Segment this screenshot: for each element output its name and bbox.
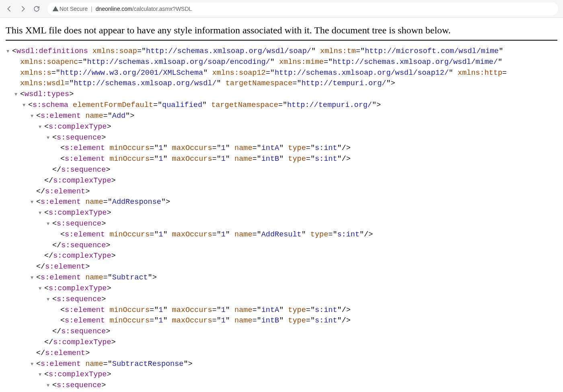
browser-toolbar: Not Secure | dneonline.com/calculator.as… xyxy=(0,0,563,18)
url-path: /calculator.asmx?WSDL xyxy=(132,6,192,12)
security-label: Not Secure xyxy=(60,6,88,12)
tree-toggle[interactable]: ▼ xyxy=(31,275,36,281)
tree-toggle[interactable]: ▼ xyxy=(47,135,52,142)
tree-toggle[interactable]: ▼ xyxy=(31,361,36,368)
xml-tree: ▼<wsdl:definitions xmlns:soap="http://sc… xyxy=(0,45,563,392)
tree-toggle[interactable]: ▼ xyxy=(47,382,52,389)
xml-notice: This XML file does not appear to have an… xyxy=(0,18,563,40)
arrow-right-icon xyxy=(19,5,27,12)
arrow-left-icon xyxy=(6,5,13,12)
tree-toggle[interactable]: ▼ xyxy=(31,113,36,120)
url-bar[interactable]: Not Secure | dneonline.com/calculator.as… xyxy=(47,2,558,15)
back-button[interactable] xyxy=(5,4,14,13)
tree-toggle[interactable]: ▼ xyxy=(39,124,44,131)
forward-button[interactable] xyxy=(18,4,27,13)
tree-toggle[interactable]: ▼ xyxy=(31,199,36,206)
url-separator: | xyxy=(91,6,92,12)
tree-toggle[interactable]: ▼ xyxy=(47,296,52,303)
tree-toggle[interactable]: ▼ xyxy=(39,210,44,217)
tree-toggle[interactable]: ▼ xyxy=(23,102,28,109)
tree-toggle[interactable]: ▼ xyxy=(47,221,52,228)
tree-toggle[interactable]: ▼ xyxy=(6,48,12,55)
reload-button[interactable] xyxy=(32,4,41,13)
notice-divider xyxy=(6,40,557,41)
tree-toggle[interactable]: ▼ xyxy=(39,285,44,292)
warning-icon xyxy=(52,6,59,12)
tree-toggle[interactable]: ▼ xyxy=(14,91,20,98)
url-text: dneonline.com/calculator.asmx?WSDL xyxy=(96,6,192,12)
reload-icon xyxy=(33,5,40,12)
security-warning: Not Secure xyxy=(52,6,88,12)
tree-toggle[interactable]: ▼ xyxy=(39,371,44,378)
url-domain: dneonline.com xyxy=(96,6,132,12)
